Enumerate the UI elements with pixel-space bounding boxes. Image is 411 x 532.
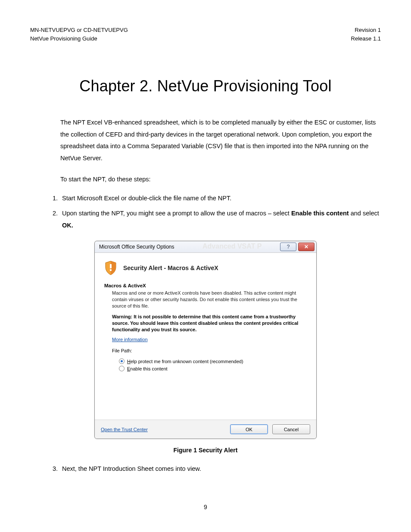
steps-list: Start Microsoft Excel or double-click th… (44, 193, 381, 232)
dialog-body: Security Alert - Macros & ActiveX Macros… (95, 253, 316, 420)
start-line: To start the NPT, do these steps: (60, 174, 381, 186)
close-button[interactable]: ✕ (298, 243, 314, 251)
help-icon: ? (287, 244, 290, 250)
radio-icon (119, 358, 125, 364)
dialog-body-text: Macros and one or more ActiveX controls … (112, 290, 305, 309)
header-left-line2: NetVue Provisioning Guide (30, 34, 128, 43)
figure-caption: Figure 1 Security Alert (30, 447, 381, 454)
dialog-spacer (102, 373, 309, 416)
shield-icon (104, 261, 117, 275)
step-2: Upon starting the NPT, you might see a p… (59, 208, 381, 231)
alert-title: Security Alert - Macros & ActiveX (123, 264, 218, 271)
radio-protect-label: Help protect me from unknown content (re… (127, 359, 243, 364)
header-right-line1: Revision 1 (351, 26, 381, 34)
cancel-button[interactable]: Cancel (272, 424, 310, 434)
radio-enable-label: Enable this content (127, 366, 168, 371)
dialog-button-row: OK Cancel (230, 424, 310, 434)
security-dialog: Microsoft Office Security Options Advanc… (94, 241, 317, 439)
help-button[interactable]: ? (280, 243, 296, 251)
svg-rect-0 (110, 264, 112, 268)
header-left: MN-NETVUEPVG or CD-NETVUEPVG NetVue Prov… (30, 26, 128, 43)
steps-list-cont: Next, the NPT Introduction Sheet comes i… (44, 463, 381, 475)
dialog-titlebar: Microsoft Office Security Options Advanc… (95, 241, 316, 253)
step-2-bold1: Enable this content (291, 210, 349, 217)
dialog-ghost-text: Advanced VSAT P (202, 243, 262, 250)
chapter-title: Chapter 2. NetVue Provisioning Tool (30, 77, 381, 95)
dialog-title: Microsoft Office Security Options (99, 244, 174, 250)
svg-rect-1 (110, 269, 112, 271)
header-left-line1: MN-NETVUEPVG or CD-NETVUEPVG (30, 26, 128, 34)
step-2-mid: and select (349, 210, 379, 217)
titlebar-buttons: ? ✕ (280, 243, 314, 251)
step-3: Next, the NPT Introduction Sheet comes i… (59, 463, 381, 475)
document-page: MN-NETVUEPVG or CD-NETVUEPVG NetVue Prov… (0, 0, 411, 532)
dialog-warning: Warning: It is not possible to determine… (112, 314, 302, 333)
ok-button[interactable]: OK (230, 424, 268, 434)
header-right-line2: Release 1.1 (351, 34, 381, 43)
page-number: 9 (0, 504, 411, 510)
more-information-link[interactable]: More information (112, 337, 148, 342)
section-label: Macros & ActiveX (104, 283, 309, 288)
header-right: Revision 1 Release 1.1 (351, 26, 381, 43)
close-icon: ✕ (304, 244, 308, 250)
alert-heading-row: Security Alert - Macros & ActiveX (104, 261, 309, 275)
page-header: MN-NETVUEPVG or CD-NETVUEPVG NetVue Prov… (30, 26, 381, 43)
radio-enable[interactable]: Enable this content (119, 366, 309, 371)
step-2-pre: Upon starting the NPT, you might see a p… (62, 210, 291, 217)
intro-paragraph: The NPT Excel VB-enhanced spreadsheet, w… (60, 117, 381, 164)
radio-protect[interactable]: Help protect me from unknown content (re… (119, 358, 309, 364)
radio-icon (119, 366, 125, 371)
dialog-footer: Open the Trust Center OK Cancel (95, 420, 316, 439)
step-1: Start Microsoft Excel or double-click th… (59, 193, 381, 205)
step-2-bold2: OK. (62, 222, 73, 229)
trust-center-link[interactable]: Open the Trust Center (101, 427, 148, 432)
file-path-label: File Path: (112, 348, 309, 353)
